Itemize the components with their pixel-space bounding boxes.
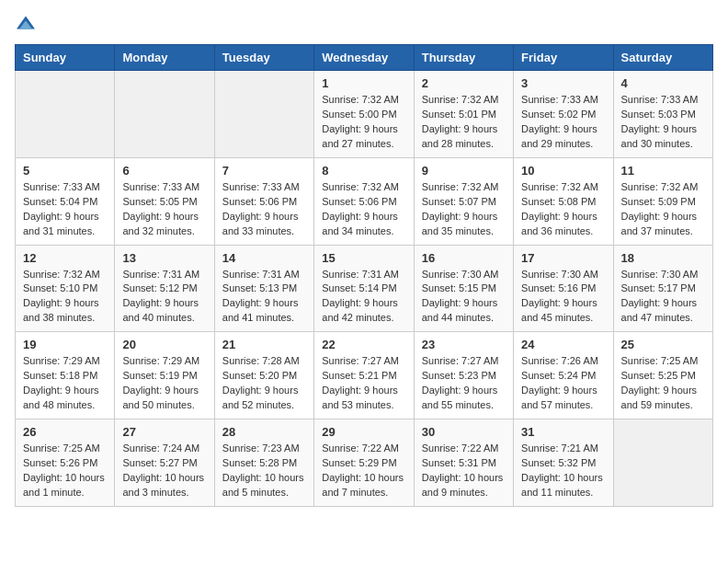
calendar-cell: 14 Sunrise: 7:31 AM Sunset: 5:13 PM Dayl… [214,245,313,332]
sunset-label: Sunset: 5:24 PM [521,370,596,381]
sunset-label: Sunset: 5:00 PM [322,109,396,120]
sunrise-label: Sunrise: 7:33 AM [222,181,300,192]
daylight-label: Daylight: 10 hours and 9 minutes. [422,472,504,498]
daylight-label: Daylight: 9 hours and 31 minutes. [23,211,99,236]
day-of-week-header: Saturday [613,45,712,71]
daylight-label: Daylight: 9 hours and 34 minutes. [322,211,398,236]
daylight-label: Daylight: 9 hours and 30 minutes. [621,123,698,149]
sunset-label: Sunset: 5:14 PM [322,282,396,293]
calendar-cell [613,419,712,507]
daylight-label: Daylight: 9 hours and 37 minutes. [621,211,698,236]
cell-content: Sunrise: 7:23 AM Sunset: 5:28 PM Dayligh… [222,442,306,500]
sunrise-label: Sunrise: 7:32 AM [23,269,100,280]
sunrise-label: Sunrise: 7:26 AM [521,355,598,366]
day-number: 11 [621,164,705,178]
cell-content: Sunrise: 7:22 AM Sunset: 5:29 PM Dayligh… [322,442,405,500]
calendar-cell: 5 Sunrise: 7:33 AM Sunset: 5:04 PM Dayli… [16,157,115,245]
sunset-label: Sunset: 5:26 PM [23,457,97,468]
daylight-label: Daylight: 9 hours and 42 minutes. [322,297,398,323]
sunset-label: Sunset: 5:07 PM [422,196,496,207]
sunset-label: Sunset: 5:04 PM [23,196,97,207]
calendar-cell [16,71,115,158]
sunrise-label: Sunrise: 7:32 AM [322,94,399,105]
cell-content: Sunrise: 7:29 AM Sunset: 5:19 PM Dayligh… [122,354,206,413]
calendar-cell: 16 Sunrise: 7:30 AM Sunset: 5:15 PM Dayl… [414,245,513,332]
cell-content: Sunrise: 7:33 AM Sunset: 5:03 PM Dayligh… [621,93,705,152]
sunrise-label: Sunrise: 7:27 AM [422,355,499,366]
calendar-cell: 11 Sunrise: 7:32 AM Sunset: 5:09 PM Dayl… [613,157,712,245]
day-number: 10 [521,164,605,178]
sunrise-label: Sunrise: 7:25 AM [23,442,100,454]
cell-content: Sunrise: 7:32 AM Sunset: 5:09 PM Dayligh… [621,180,705,239]
cell-content: Sunrise: 7:31 AM Sunset: 5:12 PM Dayligh… [122,268,206,327]
day-number: 12 [23,251,107,265]
daylight-label: Daylight: 9 hours and 40 minutes. [122,297,199,323]
cell-content: Sunrise: 7:28 AM Sunset: 5:20 PM Dayligh… [222,354,306,413]
day-number: 23 [422,338,506,351]
day-number: 14 [222,251,306,265]
calendar-week-row: 19 Sunrise: 7:29 AM Sunset: 5:18 PM Dayl… [16,332,713,419]
cell-content: Sunrise: 7:25 AM Sunset: 5:25 PM Dayligh… [621,354,705,413]
daylight-label: Daylight: 10 hours and 1 minute. [23,472,105,498]
cell-content: Sunrise: 7:30 AM Sunset: 5:15 PM Dayligh… [422,268,506,327]
day-of-week-header: Sunday [16,45,115,71]
cell-content: Sunrise: 7:33 AM Sunset: 5:04 PM Dayligh… [23,180,107,239]
calendar-cell: 22 Sunrise: 7:27 AM Sunset: 5:21 PM Dayl… [314,332,414,419]
calendar-cell: 29 Sunrise: 7:22 AM Sunset: 5:29 PM Dayl… [314,419,414,507]
sunset-label: Sunset: 5:08 PM [521,196,596,207]
sunrise-label: Sunrise: 7:25 AM [621,355,699,366]
calendar-cell [214,71,313,158]
sunrise-label: Sunrise: 7:33 AM [23,181,100,192]
day-number: 17 [521,251,605,265]
calendar-cell: 3 Sunrise: 7:33 AM Sunset: 5:02 PM Dayli… [514,71,613,158]
sunset-label: Sunset: 5:31 PM [422,457,496,468]
sunrise-label: Sunrise: 7:27 AM [322,355,399,366]
calendar-cell: 17 Sunrise: 7:30 AM Sunset: 5:16 PM Dayl… [514,245,613,332]
sunset-label: Sunset: 5:29 PM [322,457,396,468]
cell-content: Sunrise: 7:32 AM Sunset: 5:06 PM Dayligh… [322,180,405,239]
daylight-label: Daylight: 10 hours and 3 minutes. [122,472,204,498]
sunrise-label: Sunrise: 7:31 AM [322,269,399,280]
sunset-label: Sunset: 5:03 PM [621,109,696,120]
daylight-label: Daylight: 9 hours and 48 minutes. [23,385,99,410]
sunrise-label: Sunrise: 7:24 AM [122,442,199,454]
day-number: 7 [222,164,306,178]
cell-content: Sunrise: 7:31 AM Sunset: 5:13 PM Dayligh… [222,268,306,327]
daylight-label: Daylight: 9 hours and 29 minutes. [521,123,597,149]
daylight-label: Daylight: 9 hours and 33 minutes. [222,211,299,236]
cell-content: Sunrise: 7:33 AM Sunset: 5:06 PM Dayligh… [222,180,306,239]
daylight-label: Daylight: 9 hours and 36 minutes. [521,211,597,236]
sunrise-label: Sunrise: 7:32 AM [322,181,399,192]
calendar-cell: 23 Sunrise: 7:27 AM Sunset: 5:23 PM Dayl… [414,332,513,419]
sunset-label: Sunset: 5:23 PM [422,370,496,381]
day-number: 24 [521,338,605,351]
calendar-cell: 7 Sunrise: 7:33 AM Sunset: 5:06 PM Dayli… [214,157,313,245]
sunset-label: Sunset: 5:12 PM [122,282,197,293]
cell-content: Sunrise: 7:29 AM Sunset: 5:18 PM Dayligh… [23,354,107,413]
day-number: 30 [422,425,506,439]
calendar-week-row: 5 Sunrise: 7:33 AM Sunset: 5:04 PM Dayli… [16,157,713,245]
day-number: 8 [322,164,405,178]
calendar-cell: 12 Sunrise: 7:32 AM Sunset: 5:10 PM Dayl… [16,245,115,332]
sunrise-label: Sunrise: 7:33 AM [122,181,199,192]
day-number: 27 [122,425,206,439]
sunset-label: Sunset: 5:27 PM [122,457,197,468]
daylight-label: Daylight: 9 hours and 28 minutes. [422,123,498,149]
sunset-label: Sunset: 5:19 PM [122,370,197,381]
sunrise-label: Sunrise: 7:23 AM [222,442,300,454]
days-of-week-row: SundayMondayTuesdayWednesdayThursdayFrid… [16,45,713,71]
daylight-label: Daylight: 9 hours and 50 minutes. [122,385,199,410]
cell-content: Sunrise: 7:30 AM Sunset: 5:17 PM Dayligh… [621,268,705,327]
daylight-label: Daylight: 9 hours and 27 minutes. [322,123,398,149]
calendar-cell [115,71,214,158]
day-number: 9 [422,164,506,178]
daylight-label: Daylight: 9 hours and 44 minutes. [422,297,498,323]
day-number: 5 [23,164,107,178]
calendar-cell: 18 Sunrise: 7:30 AM Sunset: 5:17 PM Dayl… [613,245,712,332]
sunset-label: Sunset: 5:16 PM [521,282,596,293]
sunset-label: Sunset: 5:06 PM [322,196,396,207]
sunset-label: Sunset: 5:32 PM [521,457,596,468]
sunrise-label: Sunrise: 7:30 AM [422,269,499,280]
calendar-cell: 24 Sunrise: 7:26 AM Sunset: 5:24 PM Dayl… [514,332,613,419]
sunrise-label: Sunrise: 7:30 AM [521,269,598,280]
